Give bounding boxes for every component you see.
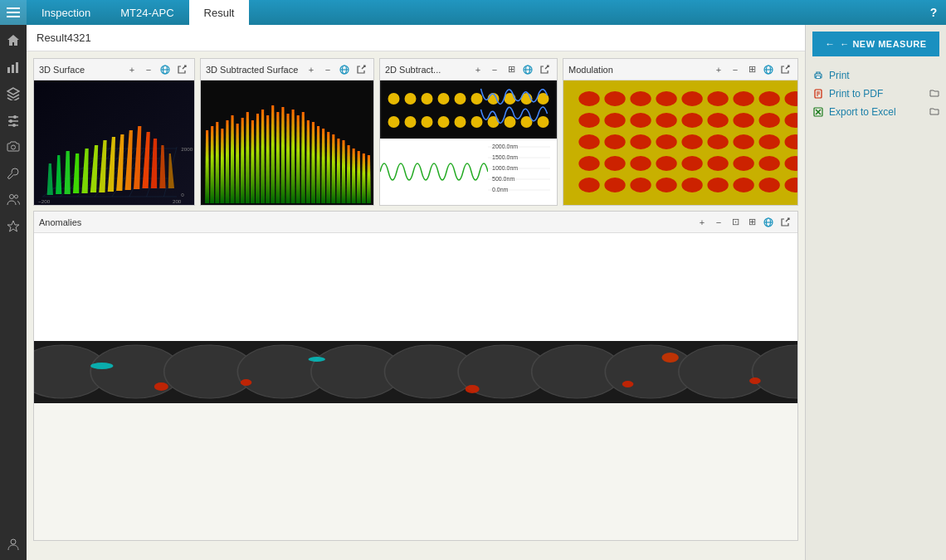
svg-rect-1 (12, 65, 14, 73)
export-btn-2d[interactable] (537, 62, 552, 77)
svg-point-143 (758, 113, 779, 128)
sidebar-icon-tools[interactable] (1, 161, 26, 186)
arrow-left-icon: ← (825, 38, 835, 50)
panel-modulation: Modulation + − ⊞ (563, 58, 798, 206)
excel-icon (812, 106, 824, 118)
sidebar-icon-sliders[interactable] (1, 108, 26, 133)
sidebar-icon-people[interactable] (1, 187, 26, 212)
export-btn-mod[interactable] (778, 62, 792, 77)
svg-point-136 (578, 113, 599, 128)
sidebar-icon-camera[interactable] (1, 134, 26, 159)
settings-btn-mod[interactable]: ⊞ (744, 62, 759, 77)
new-measure-button[interactable]: ← ← NEW MEASURE (812, 32, 939, 56)
settings-btn-2d[interactable]: ⊞ (504, 62, 519, 77)
anomalies-content (34, 233, 797, 540)
svg-point-130 (656, 91, 676, 106)
svg-point-140 (681, 113, 702, 128)
print-pdf-action[interactable]: Print to PDF (812, 85, 939, 103)
svg-point-188 (309, 357, 325, 362)
help-button[interactable]: ? (921, 0, 946, 25)
zoom-fit-btn-anom[interactable]: ⊡ (728, 215, 743, 230)
panel-2d-inner: 2000.0nm 1500.0nm 1000.0nm 500.0nm 0.0nm (380, 80, 557, 205)
sidebar-icon-user[interactable] (1, 532, 26, 557)
tab-inspection[interactable]: Inspection (27, 0, 105, 25)
panel-3d-subtracted-title: 3D Subtracted Surface (206, 65, 302, 75)
svg-rect-0 (7, 67, 10, 73)
settings-btn-anom[interactable]: ⊞ (744, 215, 759, 230)
sidebar-icon-layers[interactable] (1, 81, 26, 106)
svg-point-155 (604, 156, 625, 171)
panel-2d-subtracted-header: 2D Subtract... + − ⊞ (380, 59, 557, 80)
svg-rect-90 (382, 80, 556, 139)
top-panels-row: 3D Surface + − (33, 58, 798, 206)
svg-point-95 (455, 93, 466, 105)
svg-point-147 (630, 134, 651, 149)
svg-text:2000.0nm: 2000.0nm (492, 144, 518, 149)
svg-point-148 (656, 134, 676, 149)
panel-modulation-title: Modulation (568, 65, 710, 75)
globe-btn-anom[interactable] (761, 215, 776, 230)
top-bar: Inspection MT24-APC Result ? (0, 0, 946, 25)
globe-btn-3d[interactable] (158, 62, 173, 77)
tab-mt24apc[interactable]: MT24-APC (105, 0, 188, 25)
svg-point-106 (471, 116, 483, 128)
svg-point-141 (707, 113, 728, 128)
zoom-in-btn-mod[interactable]: + (711, 62, 726, 77)
svg-point-190 (241, 379, 252, 386)
print-icon (812, 70, 824, 81)
zoom-in-btn-anom[interactable]: + (695, 215, 710, 230)
panels-area[interactable]: 3D Surface + − (27, 51, 805, 560)
zoom-out-btn-anom[interactable]: − (711, 215, 726, 230)
svg-point-96 (471, 93, 483, 105)
svg-point-194 (749, 377, 761, 384)
svg-point-108 (505, 116, 516, 128)
tab-result[interactable]: Result (189, 0, 250, 25)
pdf-folder-icon (929, 89, 939, 99)
sidebar-icon-chart[interactable] (1, 55, 26, 80)
menu-button[interactable] (0, 0, 27, 25)
zoom-out-btn-mod[interactable]: − (728, 62, 743, 77)
2d-top-image (380, 80, 557, 139)
sidebar-icon-home[interactable] (1, 28, 26, 53)
svg-point-152 (758, 134, 779, 149)
print-action[interactable]: Print (812, 66, 939, 85)
sidebar (0, 25, 27, 560)
svg-point-166 (656, 178, 676, 192)
panel-3d-surface-header: 3D Surface + − (34, 59, 194, 80)
svg-rect-2 (16, 62, 18, 73)
zoom-out-btn-2d[interactable]: − (487, 62, 502, 77)
svg-text:500.0nm: 500.0nm (492, 176, 514, 182)
svg-point-167 (681, 178, 702, 192)
export-btn-anom[interactable] (778, 215, 792, 230)
export-btn-3d[interactable] (174, 62, 189, 77)
zoom-in-btn-sub[interactable]: + (304, 62, 319, 77)
svg-text:200: 200 (173, 198, 182, 204)
anomalies-strip (34, 341, 797, 403)
print-pdf-label: Print to PDF (829, 88, 883, 100)
zoom-out-btn-sub[interactable]: − (320, 62, 335, 77)
svg-point-154 (578, 156, 599, 171)
svg-point-132 (707, 91, 728, 106)
export-excel-action[interactable]: Export to Excel (812, 103, 939, 121)
svg-point-10 (10, 195, 14, 199)
globe-btn-mod[interactable] (761, 62, 776, 77)
zoom-out-btn-3d[interactable]: − (141, 62, 156, 77)
svg-point-146 (604, 134, 625, 149)
zoom-in-btn-3d[interactable]: + (124, 62, 139, 77)
svg-point-127 (578, 91, 599, 106)
excel-folder-icon (929, 107, 939, 117)
svg-point-142 (733, 113, 753, 128)
svg-point-170 (758, 178, 779, 192)
globe-btn-sub[interactable] (337, 62, 352, 77)
svg-point-138 (630, 113, 651, 128)
globe-btn-2d[interactable] (520, 62, 535, 77)
main-layout: Result4321 3D Surface + − (0, 25, 946, 560)
panel-modulation-header: Modulation + − ⊞ (563, 59, 797, 80)
svg-text:1500.0nm: 1500.0nm (492, 154, 518, 160)
content-area: Result4321 3D Surface + − (27, 25, 805, 560)
zoom-in-btn-2d[interactable]: + (471, 62, 485, 77)
sidebar-icon-star[interactable] (1, 214, 26, 239)
svg-point-145 (578, 134, 599, 149)
svg-point-156 (630, 156, 651, 171)
export-btn-sub[interactable] (354, 62, 368, 77)
